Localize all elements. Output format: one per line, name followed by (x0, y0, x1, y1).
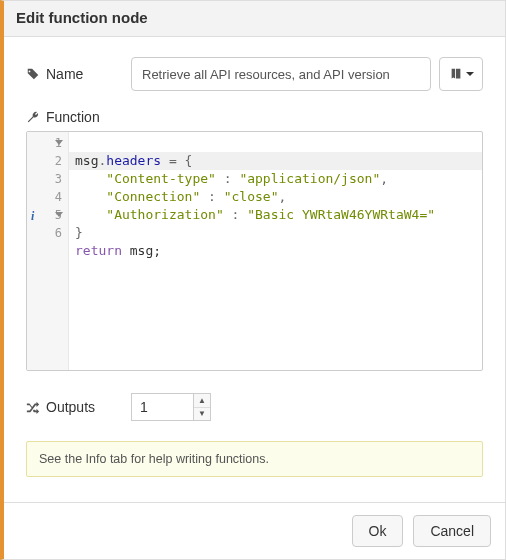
outputs-label: Outputs (46, 399, 95, 415)
spinner-down[interactable]: ▼ (194, 408, 210, 421)
gutter-line: 2 (37, 152, 62, 170)
panel-body: Name Function 1 2 3 4 5 6 (4, 37, 505, 502)
name-row: Name (26, 57, 483, 91)
chevron-down-icon (466, 72, 474, 76)
outputs-spinner[interactable]: ▲ ▼ (131, 393, 211, 421)
gutter-line: 1 (37, 134, 62, 152)
gutter-line: 5 (37, 206, 62, 224)
outputs-row: Outputs ▲ ▼ (26, 393, 483, 421)
ok-button[interactable]: Ok (352, 515, 404, 547)
library-button[interactable] (439, 57, 483, 91)
name-label-group: Name (26, 66, 131, 82)
gutter-line: 6 (37, 224, 62, 242)
editor-code[interactable]: msg.headers = { "Content-type" : "applic… (69, 132, 482, 370)
random-icon (26, 400, 40, 414)
help-tip-text: See the Info tab for help writing functi… (39, 452, 269, 466)
function-label: Function (46, 109, 100, 125)
cancel-button[interactable]: Cancel (413, 515, 491, 547)
panel-header: Edit function node (4, 1, 505, 37)
outputs-input[interactable] (131, 393, 193, 421)
spinner-arrows: ▲ ▼ (193, 393, 211, 421)
edit-function-node-panel: Edit function node Name Function (0, 0, 506, 560)
outputs-label-group: Outputs (26, 399, 131, 415)
function-label-group: Function (26, 109, 483, 125)
panel-footer: Ok Cancel (4, 502, 505, 559)
spinner-up[interactable]: ▲ (194, 394, 210, 408)
editor-gutter: 1 2 3 4 5 6 (27, 132, 69, 370)
panel-title: Edit function node (16, 9, 148, 26)
gutter-line: 4 (37, 188, 62, 206)
help-tip: See the Info tab for help writing functi… (26, 441, 483, 477)
name-input[interactable] (131, 57, 431, 91)
tag-icon (26, 67, 40, 81)
code-editor[interactable]: 1 2 3 4 5 6 msg.headers = { "Content-typ… (26, 131, 483, 371)
wrench-icon (26, 110, 40, 124)
gutter-line: 3 (37, 170, 62, 188)
book-icon (449, 67, 463, 81)
name-label: Name (46, 66, 83, 82)
